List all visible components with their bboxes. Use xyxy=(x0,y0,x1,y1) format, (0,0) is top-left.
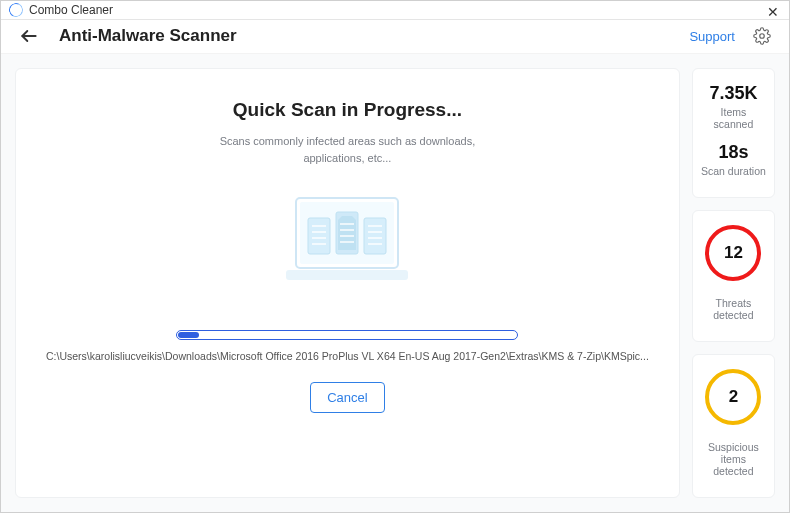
app-title: Combo Cleaner xyxy=(29,3,113,17)
svg-rect-7 xyxy=(364,218,386,254)
threats-ring-icon: 12 xyxy=(705,225,761,281)
titlebar: Combo Cleaner ✕ xyxy=(1,1,789,20)
threats-value: 12 xyxy=(724,243,743,263)
suspicious-card: 2 Suspicious items detected xyxy=(692,354,775,498)
suspicious-label: Suspicious items detected xyxy=(701,441,766,477)
header: Anti-Malware Scanner Support xyxy=(1,20,789,54)
back-button[interactable] xyxy=(19,26,39,46)
arrow-left-icon xyxy=(19,26,39,46)
stats-card-scanned: 7.35K Items scanned 18s Scan duration xyxy=(692,68,775,198)
svg-rect-4 xyxy=(286,270,408,280)
items-scanned-label: Items scanned xyxy=(701,106,766,130)
current-scan-path: C:\Users\karolisliucveikis\Downloads\Mic… xyxy=(46,350,649,362)
laptop-icon xyxy=(282,194,412,286)
progress-bar xyxy=(176,330,518,340)
svg-point-1 xyxy=(760,34,765,39)
items-scanned-value: 7.35K xyxy=(709,83,757,104)
cancel-button[interactable]: Cancel xyxy=(310,382,384,413)
settings-button[interactable] xyxy=(753,27,771,45)
progress-fill xyxy=(178,332,198,338)
page-title: Anti-Malware Scanner xyxy=(59,26,237,46)
scan-duration-label: Scan duration xyxy=(701,165,766,177)
scan-duration-value: 18s xyxy=(718,142,748,163)
svg-rect-5 xyxy=(308,218,330,254)
gear-icon xyxy=(753,27,771,45)
scan-title: Quick Scan in Progress... xyxy=(233,99,462,121)
suspicious-ring-icon: 2 xyxy=(705,369,761,425)
scan-description: Scans commonly infected areas such as do… xyxy=(220,133,476,166)
laptop-illustration xyxy=(282,194,412,290)
close-icon[interactable]: ✕ xyxy=(767,5,779,19)
scan-panel: Quick Scan in Progress... Scans commonly… xyxy=(15,68,680,498)
app-icon xyxy=(7,1,25,19)
suspicious-value: 2 xyxy=(729,387,738,407)
threats-label: Threats detected xyxy=(701,297,766,321)
threats-card: 12 Threats detected xyxy=(692,210,775,342)
support-link[interactable]: Support xyxy=(689,29,735,44)
